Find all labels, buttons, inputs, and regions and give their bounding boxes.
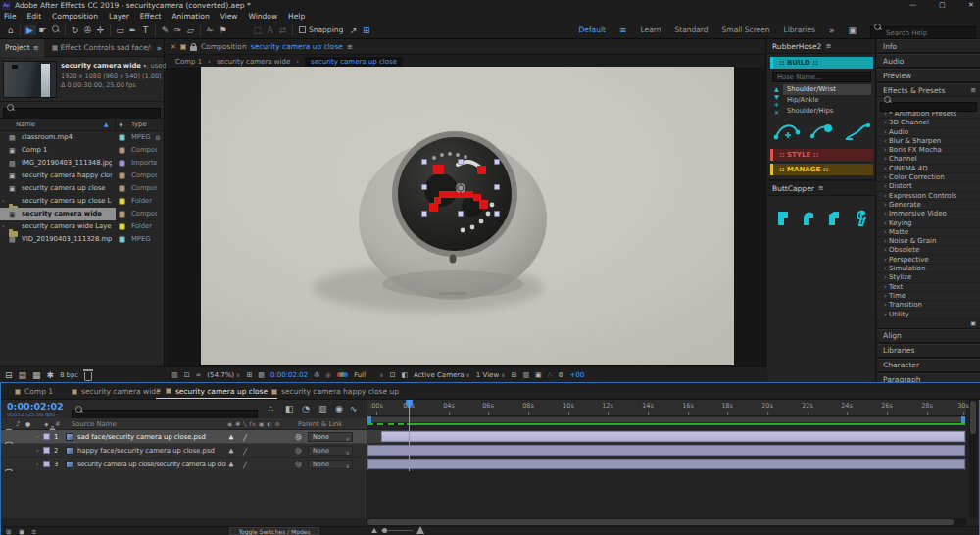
project-search-input[interactable] bbox=[3, 108, 161, 120]
quality-switch-icon[interactable]: ╱ bbox=[243, 447, 247, 457]
time-ruler[interactable]: :00s 02s 04s 06s 08s 10s 12s 14s 16s 18s… bbox=[367, 400, 966, 416]
cap-bevel-icon[interactable] bbox=[826, 209, 844, 228]
label-swatch[interactable] bbox=[119, 236, 125, 243]
category-item[interactable]: › Simulation bbox=[877, 265, 980, 273]
flowchart-icon[interactable]: ∴ bbox=[548, 370, 552, 380]
composition-flowchart-icon[interactable]: ∴ bbox=[269, 404, 274, 413]
cap-square-icon[interactable] bbox=[775, 209, 793, 228]
category-item[interactable]: › Matte bbox=[877, 228, 980, 237]
menu-layer[interactable]: Layer bbox=[109, 12, 129, 21]
tab-project[interactable]: Project ≡ bbox=[0, 39, 44, 57]
label-swatch[interactable] bbox=[119, 198, 125, 205]
category-item[interactable]: › Expression Controls bbox=[877, 192, 980, 201]
pickwhip-icon[interactable]: @ bbox=[295, 433, 302, 441]
toggle-switches-modes-button[interactable]: Toggle Switches / Modes bbox=[229, 527, 319, 535]
menu-view[interactable]: View bbox=[220, 12, 238, 21]
frame-blending-icon[interactable]: ▥ bbox=[318, 404, 327, 413]
collapse-switch-icon[interactable]: ♣ bbox=[228, 461, 234, 470]
type-tool-icon[interactable]: T bbox=[139, 25, 152, 35]
label-swatch[interactable] bbox=[119, 160, 125, 167]
pen-tool-icon[interactable]: ✒ bbox=[126, 25, 139, 35]
breadcrumb-current[interactable]: security camera up close bbox=[305, 57, 403, 67]
layer-label-swatch[interactable] bbox=[43, 433, 50, 440]
new-composition-icon[interactable]: ▦ bbox=[32, 370, 41, 380]
work-area-bar[interactable] bbox=[368, 417, 965, 422]
collapse-switch-icon[interactable]: ♣ bbox=[228, 447, 234, 457]
interpret-footage-icon[interactable]: ⊟ bbox=[5, 370, 13, 380]
category-item[interactable]: › Keying bbox=[877, 219, 980, 228]
tab-comp1[interactable]: Comp 1 bbox=[15, 387, 53, 396]
quality-switch-icon[interactable]: ╱ bbox=[243, 461, 247, 470]
hose-add-icon[interactable]: ✛ bbox=[771, 101, 782, 109]
category-item[interactable]: › Transition bbox=[877, 301, 980, 310]
expand-icon[interactable]: › bbox=[2, 197, 5, 205]
panel-audio[interactable]: Audio bbox=[877, 54, 980, 68]
preset-shoulder-wrist[interactable]: Shoulder/Wrist bbox=[783, 84, 871, 95]
label-swatch[interactable] bbox=[119, 211, 125, 218]
hand-tool-icon[interactable]: ☛ bbox=[36, 25, 49, 35]
hose-delete-icon[interactable]: ✕ bbox=[771, 109, 782, 117]
new-folder-icon[interactable]: ▤ bbox=[19, 370, 27, 380]
tab-buttcapper[interactable]: ButtCapper bbox=[772, 184, 814, 193]
column-name[interactable]: Name bbox=[16, 121, 35, 128]
menu-animation[interactable]: Animation bbox=[172, 12, 209, 21]
tab-security-camera-wide[interactable]: security camera wide bbox=[72, 387, 161, 396]
workspace-default[interactable]: Default bbox=[579, 25, 606, 34]
clone-stamp-tool-icon[interactable]: ✑ bbox=[172, 25, 184, 35]
help-search[interactable] bbox=[870, 21, 976, 40]
workspace-small-screen[interactable]: Small Screen bbox=[722, 25, 770, 34]
pickwhip-icon[interactable]: @ bbox=[295, 461, 302, 468]
category-item[interactable]: › Color Correction bbox=[877, 173, 980, 182]
zoom-tool-icon[interactable] bbox=[49, 25, 62, 35]
expand-layers-icon[interactable]: ⊞ bbox=[6, 527, 11, 535]
effects-search[interactable] bbox=[880, 94, 977, 113]
new-hose-icon[interactable] bbox=[773, 120, 801, 141]
view-options-icon[interactable]: ▥ bbox=[172, 370, 178, 380]
category-item[interactable]: › Boris FX Mocha bbox=[877, 146, 980, 155]
menu-window[interactable]: Window bbox=[249, 12, 278, 21]
timeline-zoom-knob[interactable] bbox=[382, 528, 387, 533]
draft-3d-icon[interactable]: ◧ bbox=[285, 404, 294, 413]
cap-round-icon[interactable] bbox=[801, 209, 818, 228]
category-item[interactable]: › Time bbox=[877, 292, 980, 301]
breadcrumb-comp1[interactable]: Comp 1 bbox=[175, 58, 202, 66]
close-icon[interactable]: ✕ bbox=[968, 1, 974, 9]
parent-select[interactable]: None∨ bbox=[308, 460, 353, 469]
preview-monitor-icon[interactable]: ⊡ bbox=[184, 370, 190, 380]
layer-row-2[interactable]: › 2 happy face/security camera up close.… bbox=[1, 444, 367, 458]
viewer-timecode[interactable]: 0:00:02:02 bbox=[270, 371, 308, 379]
pixel-preview-icon[interactable]: ⊞ bbox=[512, 370, 517, 380]
project-row[interactable]: ▨ IMG_20190403_111348.jpg Importe.. bbox=[0, 157, 164, 170]
sort-ascending-icon[interactable]: ▲ bbox=[104, 121, 109, 127]
category-item[interactable]: › Blur & Sharpen bbox=[877, 137, 980, 146]
style-section-header[interactable]: :: STYLE :: bbox=[770, 149, 873, 161]
preset-shoulder-hips[interactable]: Shoulder/Hips bbox=[783, 106, 871, 117]
expand-icon[interactable]: › bbox=[2, 222, 5, 230]
category-item[interactable]: › Perspective bbox=[877, 256, 980, 265]
eraser-tool-icon[interactable]: ▱ bbox=[184, 25, 197, 35]
menu-edit[interactable]: Edit bbox=[27, 12, 42, 21]
category-item[interactable]: › Generate bbox=[877, 201, 980, 210]
grid-options-icon[interactable]: ⊞ bbox=[246, 370, 252, 380]
manage-section-header[interactable]: :: MANAGE :: bbox=[770, 164, 873, 175]
pixel-aspect-icon[interactable]: ◧ bbox=[401, 370, 408, 380]
zoom-in-mountain-icon[interactable] bbox=[416, 526, 424, 534]
parent-select[interactable]: None∨ bbox=[308, 432, 353, 442]
column-type[interactable]: Type bbox=[131, 121, 147, 128]
solo-column-icon[interactable]: ● bbox=[25, 419, 30, 429]
close-tab-icon[interactable]: ✕ bbox=[156, 387, 162, 395]
exposure-value[interactable]: +00 bbox=[569, 371, 584, 379]
project-search[interactable] bbox=[3, 101, 161, 120]
menu-help[interactable]: Help bbox=[288, 12, 305, 21]
hose-name-input[interactable] bbox=[772, 72, 871, 82]
label-swatch[interactable] bbox=[119, 185, 125, 192]
composition-canvas[interactable] bbox=[201, 67, 734, 365]
category-item[interactable]: › Utility bbox=[877, 311, 980, 319]
workspace-libraries[interactable]: Libraries bbox=[784, 25, 815, 34]
composition-tab-comp-name[interactable]: security camera up close bbox=[251, 42, 343, 51]
selection-tool-icon[interactable]: ▶ bbox=[24, 25, 36, 35]
layer-label-swatch[interactable] bbox=[43, 447, 50, 454]
menu-composition[interactable]: Composition bbox=[52, 12, 98, 21]
label-swatch[interactable] bbox=[119, 223, 125, 230]
magnification-select[interactable]: (54.7%)∨ bbox=[207, 371, 240, 379]
